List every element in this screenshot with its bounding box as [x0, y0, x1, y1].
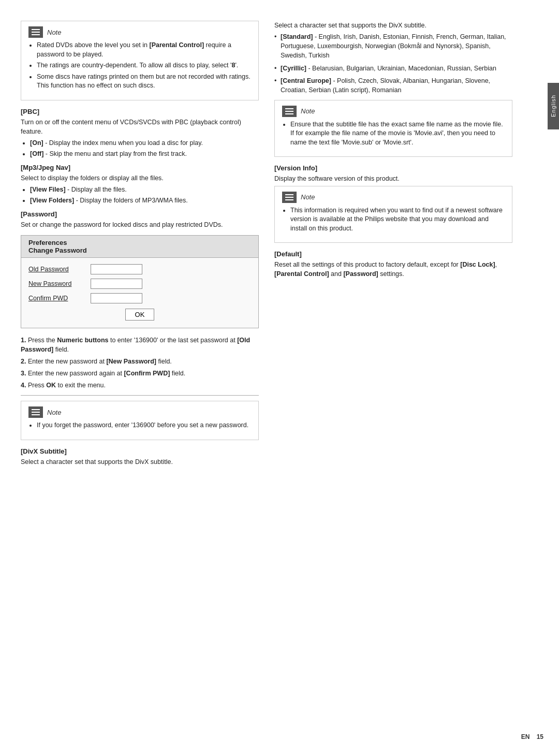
version-intro: Display the software version of this pro…: [274, 174, 512, 183]
dialog-title: Preferences Change Password: [21, 236, 258, 258]
version-heading: [Version Info]: [274, 164, 512, 172]
mp3-list: [View Files] - Display all the files. [V…: [21, 185, 259, 205]
mp3-heading: [Mp3/Jpeg Nav]: [21, 164, 259, 171]
steps-list: 1. Press the Numeric buttons to enter '1…: [21, 336, 259, 390]
note-item-1-1: Rated DVDs above the level you set in [P…: [37, 41, 251, 59]
old-password-row: Old Password: [28, 264, 251, 274]
default-heading: [Default]: [274, 250, 512, 258]
new-password-row: New Password: [28, 279, 251, 289]
note-label-2: Note: [47, 409, 61, 416]
step-3: 3. Enter the new password again at [Conf…: [21, 369, 259, 378]
note-item-3-1: Ensure that the subtitle file has the ex…: [290, 120, 505, 148]
page-number: 15: [537, 733, 543, 740]
password-heading: [Password]: [21, 210, 259, 218]
note-item-4-1: This information is required when you wa…: [290, 206, 505, 234]
new-password-label: New Password: [28, 280, 85, 287]
step-1: 1. Press the Numeric buttons to enter '1…: [21, 336, 259, 354]
note-list-3: Ensure that the subtitle file has the ex…: [282, 120, 505, 148]
divx-heading: [DivX Subtitle]: [21, 447, 259, 455]
divx-item-cyrillic: [Cyrillic] - Belarusian, Bulgarian, Ukra…: [274, 64, 512, 73]
new-password-input[interactable]: [91, 279, 142, 289]
pbc-item-off: [Off] - Skip the menu and start play fro…: [30, 149, 259, 158]
pbc-intro: Turn on or off the content menu of VCDs/…: [21, 118, 259, 136]
mp3-item-files: [View Files] - Display all the files.: [30, 185, 259, 194]
right-column: Select a character set that supports the…: [274, 21, 512, 469]
pbc-list: [On] - Display the index menu when you l…: [21, 138, 259, 158]
confirm-pwd-label: Confirm PWD: [28, 295, 85, 302]
note-label-4: Note: [301, 193, 315, 201]
pbc-heading: [PBC]: [21, 108, 259, 115]
note-icon-3: [282, 106, 297, 117]
side-tab: English: [548, 83, 559, 129]
dialog-title-line2: Change Password: [28, 246, 87, 254]
dialog-title-line1: Preferences: [28, 239, 67, 246]
confirm-pwd-row: Confirm PWD: [28, 293, 251, 303]
divx-item-standard: [Standard] - English, Irish, Danish, Est…: [274, 32, 512, 60]
divider-1: [21, 395, 259, 396]
password-intro: Set or change the password for locked di…: [21, 220, 259, 229]
page-prefix: EN: [521, 733, 530, 740]
mp3-intro: Select to display the folders or display…: [21, 173, 259, 183]
note-box-3: Note Ensure that the subtitle file has t…: [274, 100, 512, 157]
page-footer: EN 15: [521, 733, 543, 740]
left-column: Note Rated DVDs above the level you set …: [21, 21, 259, 469]
divx-item-central: [Central Europe] - Polish, Czech, Slovak…: [274, 76, 512, 95]
note-list-1: Rated DVDs above the level you set in [P…: [28, 41, 251, 91]
note-icon-1: [28, 26, 43, 38]
confirm-pwd-input[interactable]: [91, 293, 142, 303]
note-icon-2: [28, 406, 43, 418]
change-password-dialog: Preferences Change Password Old Password…: [21, 235, 259, 328]
note-list-4: This information is required when you wa…: [282, 206, 505, 234]
note-box-2: Note If you forget the password, enter '…: [21, 401, 259, 440]
divx-intro-left: Select a character set that supports the…: [21, 457, 259, 467]
note-icon-4: [282, 192, 297, 203]
ok-row: OK: [28, 309, 251, 321]
step-4: 4. Press OK to exit the menu.: [21, 381, 259, 390]
note-item-1-2: The ratings are country-dependent. To al…: [37, 61, 251, 70]
old-password-label: Old Password: [28, 266, 85, 273]
note-item-2-1: If you forget the password, enter '13690…: [37, 421, 251, 430]
divx-intro-right: Select a character set that supports the…: [274, 21, 512, 30]
note-label-1: Note: [47, 28, 61, 36]
ok-button[interactable]: OK: [125, 309, 155, 321]
note-item-1-3: Some discs have ratings printed on them …: [37, 72, 251, 91]
mp3-item-folders: [View Folders] - Display the folders of …: [30, 196, 259, 205]
pbc-item-on: [On] - Display the index menu when you l…: [30, 138, 259, 148]
default-intro: Reset all the settings of this product t…: [274, 260, 512, 279]
step-2: 2. Enter the new password at [New Passwo…: [21, 357, 259, 366]
note-box-1: Note Rated DVDs above the level you set …: [21, 21, 259, 100]
old-password-input[interactable]: [91, 264, 142, 274]
note-label-3: Note: [301, 107, 315, 115]
divx-list: [Standard] - English, Irish, Danish, Est…: [274, 32, 512, 95]
note-list-2: If you forget the password, enter '13690…: [28, 421, 251, 430]
side-tab-label: English: [550, 95, 556, 117]
note-box-4: Note This information is required when y…: [274, 186, 512, 243]
dialog-body: Old Password New Password Confirm PWD OK: [21, 258, 258, 328]
